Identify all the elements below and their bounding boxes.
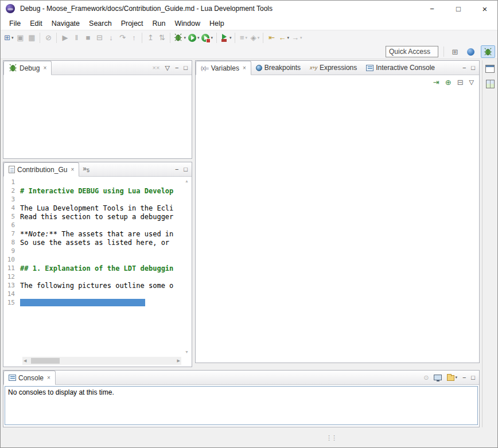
drop-to-frame-button[interactable]: ↥	[145, 32, 156, 44]
last-edit-location-button[interactable]: ⇤	[266, 32, 277, 44]
quick-access-input[interactable]: Quick Access	[386, 46, 438, 57]
menu-project[interactable]: Project	[116, 18, 148, 29]
show-logical-structure-icon[interactable]: ⊕	[445, 78, 452, 87]
horizontal-sash-console[interactable]	[3, 367, 480, 370]
resume-button[interactable]: ▶	[59, 32, 71, 44]
line-number[interactable]: 1	[6, 178, 20, 186]
editor-vertical-scrollbar[interactable]: ▲ ▼	[183, 178, 190, 355]
step-return-button[interactable]: ↑	[128, 32, 139, 44]
display-selected-console-icon[interactable]	[434, 375, 442, 380]
close-tab-icon[interactable]: ×	[243, 65, 246, 71]
vertical-sash[interactable]	[192, 60, 195, 367]
collapse-all-icon[interactable]: ⊟	[457, 78, 464, 87]
remove-all-terminated-icon[interactable]: ××	[153, 65, 160, 71]
suspend-button[interactable]: ‖	[71, 32, 82, 44]
back-button[interactable]: ←▾	[277, 32, 290, 44]
console-content[interactable]: No consoles to display at this time.	[5, 386, 478, 425]
menu-run[interactable]: Run	[148, 18, 170, 29]
line-number[interactable]: 5	[6, 213, 20, 220]
save-button[interactable]: ▣	[14, 32, 26, 44]
step-into-button[interactable]: ↓	[105, 32, 116, 44]
minimize-window-button[interactable]: −	[419, 0, 445, 17]
debug-perspective-button[interactable]	[481, 45, 495, 58]
run-coverage-button[interactable]: ▾	[200, 32, 214, 44]
ldt-perspective-button[interactable]	[464, 45, 478, 58]
disconnect-button[interactable]: ⊟	[94, 32, 105, 44]
run-button[interactable]: ▾	[187, 32, 201, 44]
use-step-filters-button[interactable]: ⇅	[156, 32, 168, 44]
line-number[interactable]: 8	[6, 239, 20, 246]
external-tools-button[interactable]: ▾	[219, 32, 233, 44]
view-menu-icon[interactable]: ▽	[165, 65, 169, 71]
minimize-view-icon[interactable]: −	[175, 166, 178, 173]
editor-text-area[interactable]: 1 2# Interactive DEBUG using Lua Develop…	[6, 178, 181, 355]
scroll-up-icon[interactable]: ▲	[185, 179, 189, 183]
line-number[interactable]: 11	[6, 264, 20, 272]
maximize-window-button[interactable]: □	[445, 0, 472, 17]
menu-navigate[interactable]: Navigate	[47, 18, 84, 29]
show-type-names-icon[interactable]: ⇥	[433, 78, 439, 87]
maximize-view-icon[interactable]: □	[471, 65, 475, 71]
new-button[interactable]: ⊞▾	[3, 32, 14, 44]
menu-file[interactable]: File	[5, 18, 25, 29]
line-number[interactable]: 12	[6, 273, 20, 281]
open-perspective-button[interactable]: ⊞	[449, 45, 461, 58]
menu-edit[interactable]: Edit	[25, 18, 47, 29]
minimize-view-icon[interactable]: −	[462, 375, 466, 381]
skip-breakpoints-button[interactable]: ⊘	[42, 32, 54, 44]
open-type-button[interactable]: ◈▾	[249, 32, 260, 44]
scroll-down-icon[interactable]: ▼	[185, 350, 189, 354]
forward-button[interactable]: →▾	[290, 32, 304, 44]
scroll-right-icon[interactable]: ▶	[177, 359, 180, 363]
tab-label: Contribution_Gu	[17, 166, 67, 174]
line-number[interactable]: 13	[6, 282, 20, 289]
line-number[interactable]: 4	[6, 204, 20, 212]
maximize-view-icon[interactable]: □	[184, 166, 188, 173]
debug-view-content[interactable]	[3, 75, 192, 158]
menu-search[interactable]: Search	[84, 18, 116, 29]
scrollbar-thumb[interactable]	[31, 358, 60, 364]
minimized-view-icon-2[interactable]	[486, 80, 495, 88]
tab-console[interactable]: Console ×	[3, 371, 56, 385]
terminate-button[interactable]: ■	[82, 32, 94, 44]
tab-expressions[interactable]: x+y Expressions	[305, 61, 361, 75]
open-element-button[interactable]: ≡▾	[238, 32, 249, 44]
line-number[interactable]: 7	[6, 230, 20, 237]
line-number[interactable]: 2	[6, 187, 20, 194]
debug-button[interactable]: ▾	[173, 32, 187, 44]
close-tab-icon[interactable]: ×	[47, 375, 50, 381]
tab-interactive-console[interactable]: Interactive Console	[361, 61, 439, 75]
menu-help[interactable]: Help	[205, 18, 229, 29]
toolbar-separator	[216, 33, 217, 43]
tab-debug[interactable]: Debug ×	[3, 61, 52, 75]
scroll-left-icon[interactable]: ◀	[24, 359, 26, 363]
save-all-button[interactable]: ▦	[26, 32, 37, 44]
line-number[interactable]: 3	[6, 196, 20, 203]
line-number[interactable]: 6	[6, 221, 20, 229]
tab-variables[interactable]: (x)= Variables ×	[196, 61, 251, 75]
line-number[interactable]: 10	[6, 256, 20, 263]
close-tab-icon[interactable]: ×	[71, 166, 74, 173]
maximize-view-icon[interactable]: □	[184, 65, 188, 71]
horizontal-sash-left[interactable]	[3, 159, 192, 162]
variables-content[interactable]	[196, 89, 479, 363]
close-window-button[interactable]: ×	[472, 0, 498, 17]
pin-console-icon[interactable]: ⊙	[423, 375, 429, 381]
view-menu-icon[interactable]: ▽	[469, 79, 474, 85]
line-number[interactable]: 9	[6, 247, 20, 255]
tab-breakpoints[interactable]: Breakpoints	[251, 61, 305, 75]
line-number[interactable]: 15	[6, 299, 20, 306]
line-number[interactable]: 14	[6, 290, 20, 298]
tab-contribution-guide[interactable]: Contribution_Gu ×	[3, 162, 79, 177]
step-over-button[interactable]: ↷	[116, 32, 128, 44]
maximize-view-icon[interactable]: □	[471, 375, 475, 381]
minimize-view-icon[interactable]: −	[175, 65, 178, 71]
menu-window[interactable]: Window	[170, 18, 205, 29]
minimize-view-icon[interactable]: −	[462, 65, 466, 71]
close-tab-icon[interactable]: ×	[43, 65, 46, 71]
minimized-view-icon-1[interactable]	[485, 65, 495, 73]
open-console-button[interactable]: ▾	[447, 374, 457, 381]
drag-grip[interactable]: ⋮⋮	[326, 434, 336, 442]
editor-tab-overflow[interactable]: » 5	[79, 162, 93, 176]
editor-horizontal-scrollbar[interactable]: ◀ ▶	[22, 357, 181, 365]
